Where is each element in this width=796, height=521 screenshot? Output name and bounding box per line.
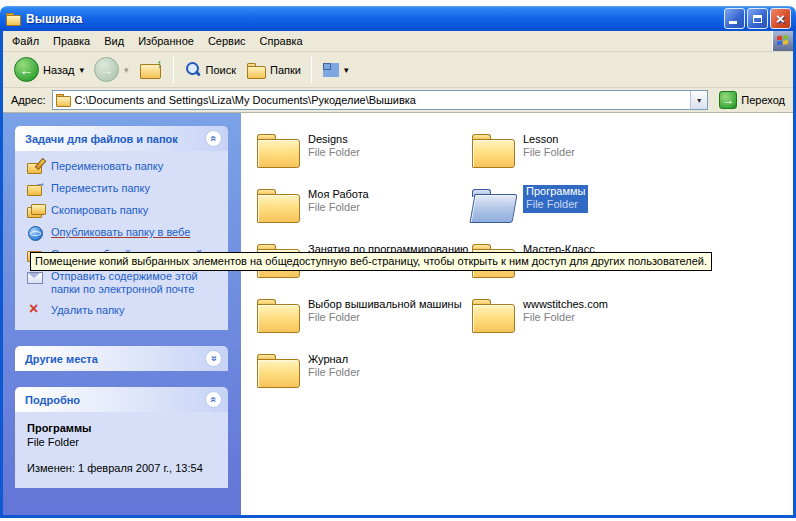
tooltip: Помещение копий выбранных элементов на о… bbox=[30, 252, 712, 271]
menu-items: ФайлПравкаВидИзбранноеСервисСправка bbox=[5, 33, 310, 49]
folder-text: Моя РаботаFile Folder bbox=[308, 185, 369, 214]
details-item-name: Программы bbox=[27, 422, 220, 434]
toolbar-separator bbox=[173, 57, 174, 83]
folder-icon bbox=[256, 295, 300, 333]
email-icon bbox=[27, 270, 44, 284]
address-bar: Адрес: C:\Documents and Settings\Liza\My… bbox=[3, 88, 793, 113]
folder-item[interactable]: ПрограммыFile Folder bbox=[471, 185, 686, 240]
maximize-button[interactable] bbox=[747, 8, 768, 29]
folder-item[interactable]: ЖурналFile Folder bbox=[256, 350, 471, 405]
chevron-up-icon[interactable] bbox=[205, 130, 222, 147]
back-icon: ← bbox=[14, 57, 39, 82]
other-places-header[interactable]: Другие места bbox=[15, 346, 228, 371]
up-button[interactable] bbox=[134, 57, 168, 83]
search-icon bbox=[184, 61, 202, 79]
folder-type: File Folder bbox=[308, 311, 462, 324]
maximize-icon bbox=[753, 15, 762, 23]
task-copy-folder[interactable]: Скопировать папку bbox=[27, 204, 222, 218]
address-dropdown-button[interactable] bbox=[690, 91, 707, 109]
task-label: Отправить содержимое этой папки по элект… bbox=[51, 270, 222, 296]
file-tasks-header[interactable]: Задачи для файлов и папок bbox=[15, 126, 228, 151]
folder-item[interactable]: LessonFile Folder bbox=[471, 130, 686, 185]
menu-item-4[interactable]: Сервис bbox=[201, 33, 253, 49]
task-pane: Задачи для файлов и папок Переименовать … bbox=[3, 113, 241, 515]
window-controls bbox=[724, 8, 791, 29]
open-folder-icon bbox=[471, 185, 515, 223]
go-label: Переход bbox=[741, 94, 785, 106]
menu-bar: ФайлПравкаВидИзбранноеСервисСправка bbox=[3, 31, 793, 52]
folder-text: DesignsFile Folder bbox=[308, 130, 360, 159]
chevron-up-icon[interactable] bbox=[205, 391, 222, 408]
folders-icon bbox=[246, 61, 266, 79]
rename-folder-icon bbox=[27, 160, 44, 174]
details-body: Программы File Folder Изменен: 1 февраля… bbox=[15, 412, 228, 488]
titlebar: Вышивка bbox=[0, 6, 796, 31]
back-button[interactable]: ← Назад bbox=[9, 54, 89, 85]
details-item-type: File Folder bbox=[27, 436, 220, 448]
menu-item-2[interactable]: Вид bbox=[97, 33, 131, 49]
details-header[interactable]: Подробно bbox=[15, 387, 228, 412]
up-folder-icon bbox=[139, 60, 163, 80]
folder-item[interactable]: DesignsFile Folder bbox=[256, 130, 471, 185]
folder-name: Программы bbox=[526, 185, 585, 198]
windows-logo-icon bbox=[772, 31, 793, 51]
window-body: Задачи для файлов и папок Переименовать … bbox=[3, 113, 793, 515]
task-publish-web[interactable]: Опубликовать папку в вебе bbox=[27, 226, 222, 240]
move-folder-icon bbox=[27, 182, 44, 196]
folder-type: File Folder bbox=[523, 311, 608, 324]
folder-text: ПрограммыFile Folder bbox=[523, 185, 588, 213]
go-button[interactable]: Переход bbox=[715, 90, 789, 110]
minimize-button[interactable] bbox=[724, 8, 745, 29]
details-title: Подробно bbox=[25, 394, 80, 406]
go-arrow-icon bbox=[719, 91, 737, 109]
folder-icon bbox=[256, 350, 300, 388]
task-email[interactable]: Отправить содержимое этой папки по элект… bbox=[27, 270, 222, 296]
views-button[interactable] bbox=[317, 59, 354, 81]
folder-icon bbox=[471, 295, 515, 333]
toolbar: ← Назад → Поиск Папки bbox=[3, 52, 793, 88]
details-item-modified: Изменен: 1 февраля 2007 г., 13:54 bbox=[27, 462, 220, 474]
search-label: Поиск bbox=[206, 64, 236, 76]
task-rename-folder[interactable]: Переименовать папку bbox=[27, 160, 222, 174]
window-title: Вышивка bbox=[26, 12, 724, 26]
file-tasks-list: Переименовать папкуПереместить папкуСкоп… bbox=[15, 151, 228, 330]
folder-item[interactable]: Моя РаботаFile Folder bbox=[256, 185, 471, 240]
folder-text: wwwstitches.comFile Folder bbox=[523, 295, 608, 324]
folder-type: File Folder bbox=[308, 201, 369, 214]
menu-item-1[interactable]: Правка bbox=[46, 33, 97, 49]
folder-icon bbox=[471, 130, 515, 168]
menu-item-0[interactable]: Файл bbox=[5, 33, 46, 49]
task-delete[interactable]: Удалить папку bbox=[27, 304, 222, 318]
task-label: Удалить папку bbox=[51, 304, 125, 317]
folder-icon bbox=[256, 185, 300, 223]
panel-other-places: Другие места bbox=[15, 346, 228, 371]
forward-icon: → bbox=[94, 57, 119, 82]
folder-name: Lesson bbox=[523, 133, 575, 146]
task-move-folder[interactable]: Переместить папку bbox=[27, 182, 222, 196]
folder-name: Моя Работа bbox=[308, 188, 369, 201]
menu-item-3[interactable]: Избранное bbox=[131, 33, 201, 49]
address-input[interactable]: C:\Documents and Settings\Liza\My Docume… bbox=[52, 90, 709, 110]
folder-item[interactable]: Выбор вышивальной машиныFile Folder bbox=[256, 295, 471, 350]
task-label: Переместить папку bbox=[51, 182, 150, 195]
address-label: Адрес: bbox=[11, 94, 46, 106]
delete-icon bbox=[27, 304, 44, 318]
window-frame: ФайлПравкаВидИзбранноеСервисСправка ← На… bbox=[0, 31, 796, 518]
minimize-icon bbox=[729, 21, 737, 24]
views-icon bbox=[322, 62, 339, 78]
task-label: Опубликовать папку в вебе bbox=[51, 226, 190, 239]
folder-type: File Folder bbox=[526, 198, 585, 211]
folders-button[interactable]: Папки bbox=[241, 58, 306, 82]
chevron-down-icon[interactable] bbox=[205, 350, 222, 367]
folder-item[interactable]: wwwstitches.comFile Folder bbox=[471, 295, 686, 350]
panel-details: Подробно Программы File Folder Изменен: … bbox=[15, 387, 228, 488]
file-tasks-title: Задачи для файлов и папок bbox=[25, 133, 178, 145]
task-label: Скопировать папку bbox=[51, 204, 148, 217]
folders-label: Папки bbox=[270, 64, 301, 76]
forward-button[interactable]: → bbox=[89, 54, 134, 85]
menu-item-5[interactable]: Справка bbox=[253, 33, 310, 49]
search-button[interactable]: Поиск bbox=[179, 58, 241, 82]
folder-name: Журнал bbox=[308, 353, 360, 366]
close-button[interactable] bbox=[770, 8, 791, 29]
copy-folder-icon bbox=[27, 204, 44, 218]
